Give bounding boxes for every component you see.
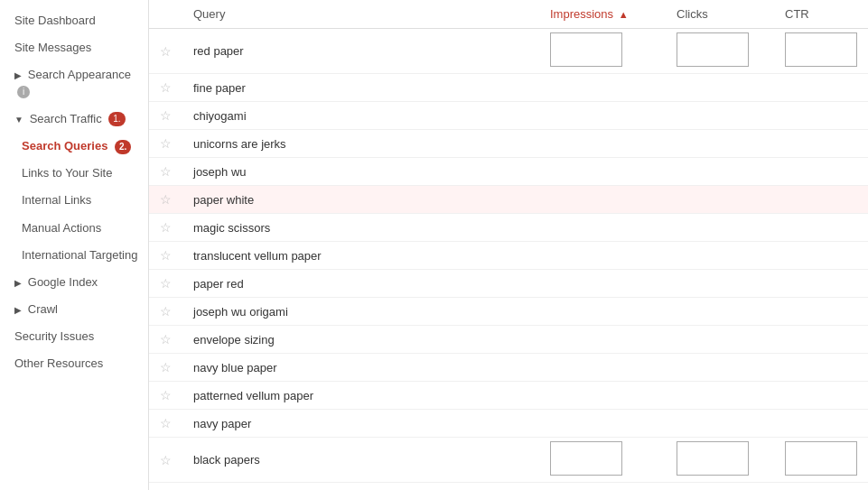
sidebar-item-site-dashboard[interactable]: Site Dashboard [0, 7, 148, 34]
star-cell: ☆ [149, 326, 182, 354]
ctr-bar [785, 32, 857, 67]
ctr-cell [774, 242, 868, 270]
clicks-cell [666, 186, 774, 214]
star-icon[interactable]: ☆ [160, 108, 172, 123]
clicks-cell [666, 326, 774, 354]
table-row: ☆paper white [149, 186, 868, 214]
star-cell: ☆ [149, 298, 182, 326]
clicks-bar [677, 32, 749, 67]
star-icon[interactable]: ☆ [160, 453, 172, 467]
sidebar-item-label: Links to Your Site [22, 166, 112, 180]
table-row: ☆unicorns are jerks [149, 130, 868, 158]
star-icon[interactable]: ☆ [160, 388, 172, 402]
star-icon[interactable]: ☆ [160, 192, 172, 207]
star-icon[interactable]: ☆ [160, 136, 172, 151]
query-cell: patterned vellum paper [182, 382, 539, 410]
star-icon[interactable]: ☆ [160, 164, 172, 179]
sidebar-item-label: Crawl [28, 302, 58, 316]
badge: 2. [115, 140, 131, 154]
table-row: ☆red paper [149, 29, 868, 74]
impressions-cell [539, 326, 666, 354]
star-icon[interactable]: ☆ [160, 44, 172, 59]
star-icon[interactable]: ☆ [160, 360, 172, 374]
query-cell: envelope sizing [182, 326, 539, 354]
impressions-cell [539, 410, 666, 438]
sidebar-item-site-messages[interactable]: Site Messages [0, 34, 148, 61]
query-cell: navy paper [182, 410, 539, 438]
sidebar-item-internal-links[interactable]: Internal Links [0, 187, 148, 214]
query-text: chiyogami [193, 109, 247, 123]
ctr-cell [774, 158, 868, 186]
star-cell: ☆ [149, 438, 182, 483]
table-row: ☆patterned vellum paper [149, 382, 868, 410]
clicks-cell [666, 29, 774, 74]
impressions-cell [539, 298, 666, 326]
query-text: joseph wu [193, 165, 247, 179]
sidebar-item-other-resources[interactable]: Other Resources [0, 350, 148, 377]
sidebar-item-label: Other Resources [14, 356, 103, 370]
star-cell: ☆ [149, 74, 182, 102]
clicks-cell [666, 382, 774, 410]
ctr-cell [774, 438, 868, 483]
query-text: envelope sizing [193, 333, 275, 347]
sidebar-item-international-targeting[interactable]: International Targeting [0, 242, 148, 269]
clicks-col-header[interactable]: Clicks [666, 0, 774, 29]
query-cell: chiyogami [182, 102, 539, 130]
table-row: ☆black papers [149, 438, 868, 483]
sidebar-item-label: Manual Actions [22, 221, 101, 235]
ctr-cell [774, 326, 868, 354]
sidebar-item-manual-actions[interactable]: Manual Actions [0, 215, 148, 242]
star-cell: ☆ [149, 270, 182, 298]
sidebar: Site DashboardSite Messages▶ Search Appe… [0, 0, 149, 490]
sidebar-item-label: Search Appearance [28, 68, 131, 81]
impressions-cell [539, 354, 666, 382]
sidebar-item-label: Search Traffic [30, 112, 102, 125]
table-row: ☆navy paper [149, 410, 868, 438]
sidebar-item-security-issues[interactable]: Security Issues [0, 323, 148, 350]
table-row: ☆joseph wu [149, 158, 868, 186]
query-text: patterned vellum paper [193, 389, 313, 402]
ctr-bar [785, 441, 857, 476]
query-text: black papers [193, 453, 260, 467]
query-text: navy paper [193, 417, 251, 430]
main-content: Query Impressions ▲ Clicks CTR ☆red pape… [149, 0, 868, 490]
star-icon[interactable]: ☆ [160, 416, 172, 430]
star-icon[interactable]: ☆ [160, 276, 172, 291]
ctr-cell [774, 29, 868, 74]
star-icon[interactable]: ☆ [160, 304, 172, 319]
ctr-cell [774, 298, 868, 326]
clicks-cell [666, 298, 774, 326]
impressions-label: Impressions [550, 7, 613, 21]
table-row: ☆envelope sizing [149, 326, 868, 354]
impressions-cell [539, 130, 666, 158]
sidebar-item-links-to-site[interactable]: Links to Your Site [0, 160, 148, 187]
star-col-header [149, 0, 182, 29]
ctr-cell [774, 382, 868, 410]
sidebar-item-search-traffic[interactable]: ▼ Search Traffic 1. [0, 106, 148, 133]
query-text: unicorns are jerks [193, 137, 286, 151]
impressions-col-header[interactable]: Impressions ▲ [539, 0, 666, 29]
sidebar-item-crawl[interactable]: ▶ Crawl [0, 296, 148, 323]
queries-table: Query Impressions ▲ Clicks CTR ☆red pape… [149, 0, 868, 483]
star-icon[interactable]: ☆ [160, 80, 172, 95]
info-icon[interactable]: i [17, 86, 30, 98]
clicks-cell [666, 354, 774, 382]
impressions-cell [539, 102, 666, 130]
sidebar-item-google-index[interactable]: ▶ Google Index [0, 269, 148, 296]
impressions-cell [539, 438, 666, 483]
query-cell: paper white [182, 186, 539, 214]
query-text: navy blue paper [193, 361, 277, 374]
sidebar-item-search-queries[interactable]: Search Queries 2. [0, 133, 148, 160]
ctr-col-header[interactable]: CTR [774, 0, 868, 29]
table-body: ☆red paper☆fine paper☆chiyogami☆unicorns… [149, 29, 868, 483]
sidebar-item-label: Search Queries [22, 139, 107, 153]
clicks-cell [666, 410, 774, 438]
star-icon[interactable]: ☆ [160, 248, 172, 263]
star-icon[interactable]: ☆ [160, 332, 172, 347]
impressions-cell [539, 186, 666, 214]
query-cell: unicorns are jerks [182, 130, 539, 158]
sidebar-item-search-appearance[interactable]: ▶ Search Appearancei [0, 61, 148, 105]
table-row: ☆paper red [149, 270, 868, 298]
star-icon[interactable]: ☆ [160, 220, 172, 235]
clicks-cell [666, 214, 774, 242]
